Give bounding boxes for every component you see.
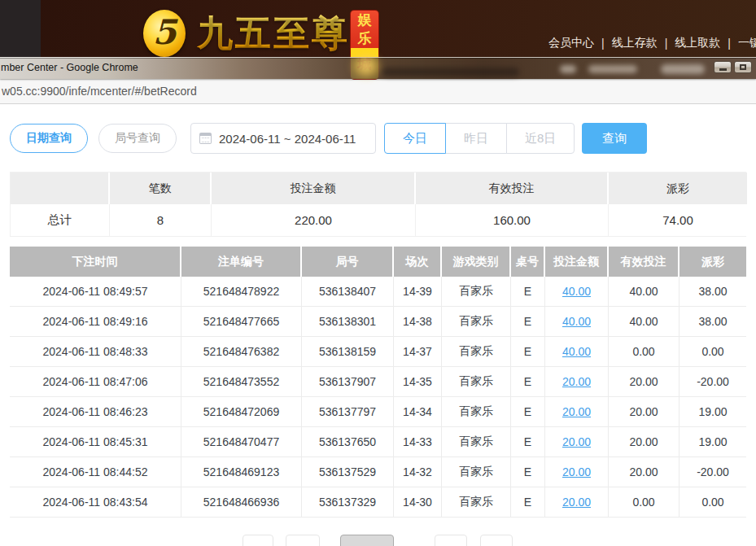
summary-count: 8 [110, 204, 212, 236]
tab-round-query[interactable]: 局号查询 [98, 124, 177, 153]
col-bet-time: 下注时间 [10, 247, 181, 277]
bet-record-table: 下注时间 注单编号 局号 场次 游戏类别 桌号 投注金额 有效投注 派彩 202… [10, 247, 746, 518]
cell-table-no: E [511, 307, 545, 337]
bet-amount-link[interactable]: 40.00 [562, 315, 591, 328]
window-title: mber Center - Google Chrome [1, 58, 138, 78]
col-order-no: 注单编号 [181, 247, 302, 277]
table-row: 2024-06-11 08:43:54 521648466936 5361373… [10, 487, 746, 518]
cell-valid-bet: 0.00 [609, 487, 680, 518]
cell-payout: 38.00 [680, 307, 746, 337]
cell-game: 百家乐 [442, 337, 511, 367]
quick-yesterday-button[interactable]: 昨日 [445, 123, 507, 154]
summary-header-blank [11, 173, 110, 204]
browser-titlebar[interactable]: mber Center - Google Chrome [0, 57, 756, 79]
cell-session: 14-34 [394, 397, 442, 427]
summary-total-label: 总计 [11, 204, 110, 236]
summary-valid-bet: 160.00 [416, 204, 609, 236]
bet-amount-link[interactable]: 20.00 [562, 435, 591, 448]
cell-valid-bet: 20.00 [609, 457, 680, 487]
blurred-logo-glow [352, 55, 381, 77]
table-row: 2024-06-11 08:45:31 521648470477 5361376… [10, 427, 746, 457]
minimize-icon [719, 68, 727, 71]
summary-bet-amount: 220.00 [212, 204, 416, 236]
maximize-button[interactable] [734, 61, 752, 73]
search-button[interactable]: 查询 [582, 123, 647, 154]
filter-toolbar: 日期查询 局号查询 2024-06-11 ~ 2024-06-11 今日 昨日 … [10, 122, 647, 155]
cell-payout: -20.00 [680, 457, 746, 487]
cell-game: 百家乐 [442, 457, 511, 487]
bet-amount-link[interactable]: 40.00 [562, 345, 591, 358]
bet-amount-link[interactable]: 40.00 [562, 285, 591, 298]
nav-divider: | [728, 37, 731, 50]
logo-95-icon: 5 [143, 10, 186, 57]
cell-payout: -20.00 [680, 367, 746, 397]
summary-header-payout: 派彩 [609, 173, 747, 204]
cell-table-no: E [511, 427, 545, 457]
cell-round-no: 536138301 [302, 307, 394, 337]
summary-header-bet-amount: 投注金额 [212, 173, 416, 204]
cell-valid-bet: 20.00 [609, 367, 680, 397]
cell-order-no: 521648473552 [181, 367, 302, 397]
summary-header-row: 笔数 投注金额 有效投注 派彩 [11, 173, 747, 204]
summary-total-row: 总计 8 220.00 160.00 74.00 [11, 204, 747, 236]
cell-session: 14-33 [394, 427, 442, 457]
col-session: 场次 [394, 247, 442, 277]
pagination-button[interactable] [243, 535, 273, 546]
cell-round-no: 536137650 [302, 427, 394, 457]
nav-divider: | [665, 37, 668, 50]
quick-today-button[interactable]: 今日 [384, 123, 446, 154]
cell-table-no: E [511, 487, 545, 518]
cell-order-no: 521648466936 [181, 487, 302, 518]
bet-amount-link[interactable]: 20.00 [562, 496, 591, 509]
bet-amount-link[interactable]: 20.00 [562, 405, 591, 418]
cell-game: 百家乐 [442, 367, 511, 397]
pagination-button[interactable] [435, 535, 467, 546]
cell-time: 2024-06-11 08:47:06 [10, 367, 181, 397]
pagination-page-size[interactable] [340, 535, 394, 546]
col-bet-amount: 投注金额 [545, 247, 609, 277]
cell-table-no: E [511, 277, 545, 307]
blurred-text [661, 64, 705, 74]
cell-valid-bet: 0.00 [609, 337, 680, 367]
nav-one-key[interactable]: 一键 [738, 36, 756, 50]
cell-valid-bet: 40.00 [609, 277, 680, 307]
cell-game: 百家乐 [442, 307, 511, 337]
url-text[interactable]: w05.cc:9900/infe/mcenter/#/betRecord [2, 80, 197, 103]
cell-order-no: 521648478922 [181, 277, 302, 307]
quick-8days-button[interactable]: 近8日 [506, 123, 575, 154]
bet-amount-link[interactable]: 20.00 [562, 465, 591, 478]
blurred-text [588, 65, 637, 73]
logo-title: 九五至尊 [197, 10, 350, 57]
nav-online-withdraw[interactable]: 线上取款 [675, 36, 720, 50]
cell-session: 14-38 [394, 307, 442, 337]
pagination [0, 535, 756, 546]
cell-payout: 0.00 [680, 487, 746, 518]
cell-session: 14-39 [394, 277, 442, 307]
table-row: 2024-06-11 08:49:57 521648478922 5361384… [10, 277, 746, 307]
pagination-button[interactable] [480, 535, 513, 546]
tab-date-query[interactable]: 日期查询 [10, 124, 88, 153]
summary-header-valid-bet: 有效投注 [416, 173, 609, 204]
cell-time: 2024-06-11 08:46:23 [10, 397, 181, 427]
cell-round-no: 536137529 [302, 457, 394, 487]
cell-game: 百家乐 [442, 487, 511, 518]
table-row: 2024-06-11 08:44:52 521648469123 5361375… [10, 457, 746, 487]
tag-char: 乐 [358, 29, 372, 48]
cell-session: 14-35 [394, 367, 442, 397]
pagination-button[interactable] [286, 535, 320, 546]
date-range-input[interactable]: 2024-06-11 ~ 2024-06-11 [190, 123, 376, 154]
cell-session: 14-30 [394, 487, 442, 518]
nav-member-center[interactable]: 会员中心 [548, 36, 594, 50]
tag-char: 娱 [358, 11, 372, 29]
address-bar[interactable]: w05.cc:9900/infe/mcenter/#/betRecord [0, 79, 756, 104]
nav-online-deposit[interactable]: 线上存款 [612, 36, 658, 50]
cell-round-no: 536138407 [302, 277, 394, 307]
cell-table-no: E [511, 397, 545, 427]
cell-order-no: 521648470477 [181, 427, 302, 457]
bet-amount-link[interactable]: 20.00 [562, 375, 591, 388]
table-row: 2024-06-11 08:46:23 521648472069 5361377… [10, 397, 746, 427]
bet-record-page: 日期查询 局号查询 2024-06-11 ~ 2024-06-11 今日 昨日 … [0, 105, 756, 546]
minimize-button[interactable] [714, 61, 732, 73]
cell-game: 百家乐 [442, 427, 511, 457]
cell-payout: 19.00 [680, 427, 746, 457]
